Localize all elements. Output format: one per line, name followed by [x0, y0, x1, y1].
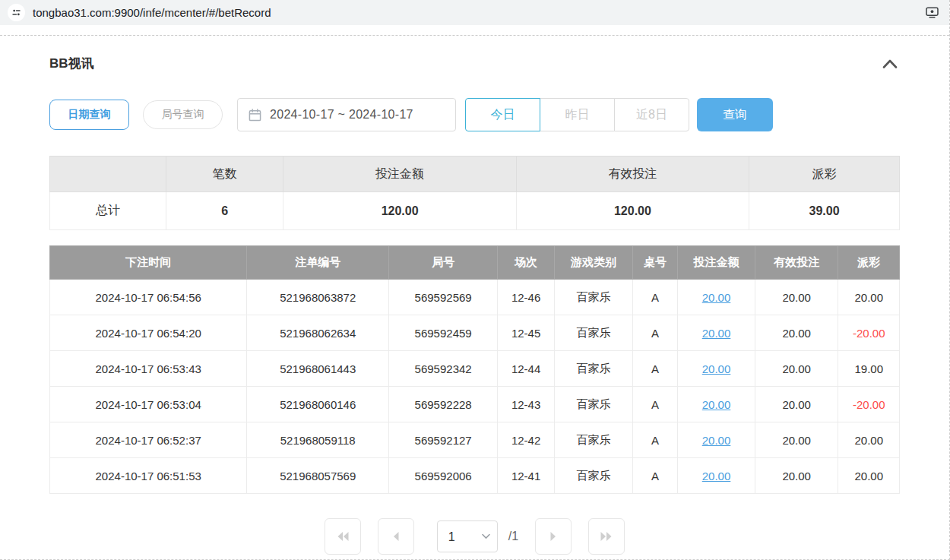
bet-table-body: 2024-10-17 06:54:56521968063872569592569… — [50, 280, 900, 494]
summary-payout: 39.00 — [749, 192, 900, 230]
last-page-button[interactable] — [588, 518, 625, 555]
url-text[interactable]: tongbao31.com:9900/infe/mcenter/#/betRec… — [33, 6, 918, 19]
cell-game-type: 百家乐 — [555, 422, 633, 458]
cell-payout: -20.00 — [838, 315, 900, 351]
summary-table: 笔数 投注金额 有效投注 派彩 总计 6 120.00 120.00 39.00 — [49, 156, 900, 230]
column-header-payout: 派彩 — [838, 246, 900, 280]
bet-amount-link[interactable]: 20.00 — [702, 470, 731, 482]
date-query-tab[interactable]: 日期查询 — [49, 100, 129, 130]
cell-game-type: 百家乐 — [555, 351, 633, 387]
cell-round-no: 569592006 — [389, 458, 498, 494]
cell-session: 12-42 — [498, 422, 555, 458]
cell-valid-bet: 20.00 — [755, 315, 838, 351]
cell-table-no: A — [632, 280, 677, 315]
cell-game-type: 百家乐 — [555, 280, 633, 315]
cell-game-type: 百家乐 — [555, 458, 633, 494]
cell-order-no: 521968063872 — [247, 280, 389, 315]
summary-valid-bet: 120.00 — [516, 192, 749, 230]
cell-session: 12-41 — [498, 458, 555, 494]
bet-amount-link[interactable]: 20.00 — [702, 434, 731, 447]
next-page-button[interactable] — [535, 518, 572, 555]
chevron-up-icon — [882, 59, 898, 69]
cell-game-type: 百家乐 — [555, 315, 633, 351]
cell-session: 12-46 — [498, 280, 555, 315]
cell-game-type: 百家乐 — [555, 387, 633, 422]
table-row: 2024-10-17 06:53:04521968060146569592228… — [50, 387, 900, 422]
summary-row: 总计 6 120.00 120.00 39.00 — [50, 192, 900, 230]
cell-payout: 20.00 — [838, 458, 900, 494]
quick-range-group: 今日 昨日 近8日 — [465, 98, 689, 131]
cell-round-no: 569592342 — [389, 351, 498, 387]
cell-time: 2024-10-17 06:52:37 — [50, 422, 247, 458]
cell-payout: 20.00 — [838, 280, 900, 315]
column-header-round-no: 局号 — [389, 246, 498, 280]
cell-valid-bet: 20.00 — [755, 387, 838, 422]
summary-header-count: 笔数 — [166, 157, 283, 192]
cell-session: 12-43 — [498, 387, 555, 422]
double-left-arrow-icon — [335, 530, 350, 543]
summary-header-blank — [50, 157, 166, 192]
cell-valid-bet: 20.00 — [755, 351, 838, 387]
bet-amount-link[interactable]: 20.00 — [702, 362, 731, 375]
screencast-icon[interactable] — [926, 7, 939, 18]
left-arrow-icon — [391, 530, 401, 543]
bet-amount-link[interactable]: 20.00 — [702, 398, 731, 411]
cell-order-no: 521968060146 — [247, 387, 389, 422]
page-select[interactable]: 1 — [437, 520, 498, 552]
cell-round-no: 569592459 — [389, 315, 498, 351]
cell-session: 12-45 — [498, 315, 555, 351]
table-row: 2024-10-17 06:54:56521968063872569592569… — [50, 280, 900, 315]
column-header-table-no: 桌号 — [632, 246, 677, 280]
column-header-game-type: 游戏类别 — [555, 246, 633, 280]
search-button[interactable]: 查询 — [697, 98, 773, 131]
right-arrow-icon — [548, 530, 559, 543]
total-pages-label: /1 — [508, 530, 518, 543]
bet-record-table: 下注时间 注单编号 局号 场次 游戏类别 桌号 投注金额 有效投注 派彩 202… — [49, 245, 900, 494]
cell-bet-amount: 20.00 — [678, 387, 755, 422]
cell-payout: 19.00 — [838, 351, 900, 387]
cell-time: 2024-10-17 06:54:56 — [50, 280, 247, 315]
cell-order-no: 521968059118 — [247, 422, 389, 458]
quick-range-today[interactable]: 今日 — [465, 98, 540, 131]
summary-header-valid-bet: 有效投注 — [516, 157, 749, 192]
bet-table-header-row: 下注时间 注单编号 局号 场次 游戏类别 桌号 投注金额 有效投注 派彩 — [50, 246, 900, 280]
summary-header-payout: 派彩 — [749, 157, 900, 192]
date-range-picker[interactable]: 2024-10-17 ~ 2024-10-17 — [237, 98, 456, 131]
cell-valid-bet: 20.00 — [755, 458, 838, 494]
table-row: 2024-10-17 06:54:20521968062634569592459… — [50, 315, 900, 351]
collapse-panel-button[interactable] — [880, 57, 900, 71]
cell-round-no: 569592228 — [389, 387, 498, 422]
table-row: 2024-10-17 06:53:43521968061443569592342… — [50, 351, 900, 387]
cell-order-no: 521968061443 — [247, 351, 389, 387]
summary-header-bet-amount: 投注金额 — [283, 157, 516, 192]
cell-session: 12-44 — [498, 351, 555, 387]
filter-bar: 日期查询 局号查询 2024-10-17 ~ 2024-10-17 今日 昨日 … — [49, 98, 900, 131]
quick-range-yesterday[interactable]: 昨日 — [540, 98, 615, 131]
table-row: 2024-10-17 06:52:37521968059118569592127… — [50, 422, 900, 458]
cell-round-no: 569592569 — [389, 280, 498, 315]
bet-amount-link[interactable]: 20.00 — [702, 291, 731, 304]
prev-page-button[interactable] — [378, 518, 414, 555]
summary-bet-amount: 120.00 — [283, 192, 516, 230]
cell-table-no: A — [632, 315, 677, 351]
first-page-button[interactable] — [325, 518, 361, 555]
cell-bet-amount: 20.00 — [678, 315, 755, 351]
column-header-order-no: 注单编号 — [247, 246, 389, 280]
summary-total-label: 总计 — [50, 192, 166, 230]
double-right-arrow-icon — [599, 530, 614, 543]
cell-time: 2024-10-17 06:54:20 — [50, 315, 247, 351]
cell-valid-bet: 20.00 — [755, 280, 838, 315]
cell-time: 2024-10-17 06:53:04 — [50, 387, 247, 422]
site-info-icon[interactable] — [8, 4, 25, 21]
column-header-time: 下注时间 — [50, 246, 247, 280]
cell-order-no: 521968062634 — [247, 315, 389, 351]
round-query-tab[interactable]: 局号查询 — [143, 100, 223, 129]
cell-bet-amount: 20.00 — [678, 458, 755, 494]
bet-amount-link[interactable]: 20.00 — [702, 327, 731, 340]
quick-range-last8days[interactable]: 近8日 — [614, 98, 689, 131]
calendar-icon — [249, 109, 261, 122]
summary-count: 6 — [166, 192, 283, 230]
cell-table-no: A — [632, 422, 677, 458]
cell-valid-bet: 20.00 — [755, 422, 838, 458]
date-range-value: 2024-10-17 ~ 2024-10-17 — [270, 108, 413, 122]
